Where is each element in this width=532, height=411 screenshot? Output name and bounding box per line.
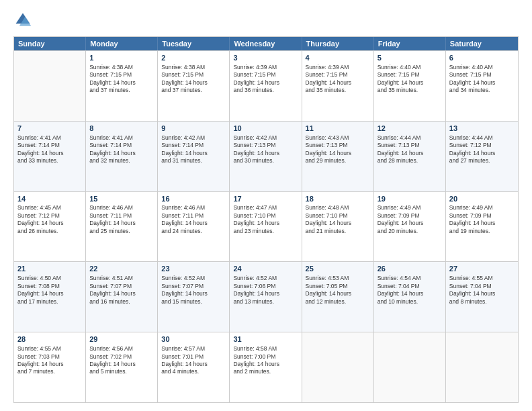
daylight-line2: and 36 minutes. bbox=[233, 87, 298, 94]
day-cell-1: 1Sunrise: 4:38 AMSunset: 7:15 PMDaylight… bbox=[86, 51, 158, 121]
day-number: 6 bbox=[449, 53, 515, 63]
cell-info: Sunrise: 4:38 AM bbox=[161, 64, 226, 71]
day-number: 17 bbox=[233, 194, 298, 204]
day-number: 12 bbox=[378, 124, 442, 134]
daylight-line2: and 37 minutes. bbox=[89, 87, 154, 94]
day-cell-4: 4Sunrise: 4:39 AMSunset: 7:15 PMDaylight… bbox=[302, 51, 374, 121]
cell-info: Sunset: 7:14 PM bbox=[17, 142, 82, 149]
logo-icon bbox=[13, 11, 32, 30]
cell-info: Sunrise: 4:51 AM bbox=[89, 275, 154, 282]
daylight-line1: Daylight: 14 hours bbox=[89, 150, 154, 157]
daylight-line1: Daylight: 14 hours bbox=[449, 220, 515, 227]
day-cell-14: 14Sunrise: 4:45 AMSunset: 7:12 PMDayligh… bbox=[14, 192, 86, 262]
day-number: 30 bbox=[161, 334, 226, 345]
daylight-line2: and 27 minutes. bbox=[449, 157, 515, 165]
cell-info: Sunset: 7:09 PM bbox=[449, 212, 515, 220]
day-number: 13 bbox=[449, 124, 515, 134]
daylight-line2: and 29 minutes. bbox=[306, 157, 370, 165]
cell-info: Sunset: 7:15 PM bbox=[233, 71, 298, 79]
daylight-line2: and 7 minutes. bbox=[17, 368, 82, 375]
cell-info: Sunset: 7:06 PM bbox=[233, 283, 298, 290]
daylight-line1: Daylight: 14 hours bbox=[161, 290, 226, 298]
day-number: 7 bbox=[17, 124, 82, 134]
cell-info: Sunset: 7:10 PM bbox=[233, 212, 298, 220]
daylight-line1: Daylight: 14 hours bbox=[17, 361, 82, 368]
day-number: 26 bbox=[378, 264, 442, 274]
daylight-line1: Daylight: 14 hours bbox=[17, 290, 82, 298]
day-cell-20: 20Sunrise: 4:49 AMSunset: 7:09 PMDayligh… bbox=[446, 192, 518, 262]
day-number: 1 bbox=[89, 53, 154, 63]
header-day-sunday: Sunday bbox=[14, 37, 86, 50]
daylight-line2: and 5 minutes. bbox=[89, 368, 154, 375]
daylight-line2: and 33 minutes. bbox=[17, 157, 82, 165]
day-cell-27: 27Sunrise: 4:55 AMSunset: 7:04 PMDayligh… bbox=[446, 262, 518, 332]
cell-info: Sunrise: 4:53 AM bbox=[306, 275, 370, 282]
cell-info: Sunset: 7:04 PM bbox=[378, 283, 442, 290]
daylight-line1: Daylight: 14 hours bbox=[306, 220, 370, 227]
header-day-tuesday: Tuesday bbox=[158, 37, 230, 50]
daylight-line1: Daylight: 14 hours bbox=[89, 79, 154, 87]
daylight-line2: and 35 minutes. bbox=[378, 87, 442, 94]
cell-info: Sunrise: 4:49 AM bbox=[449, 204, 515, 212]
day-number: 25 bbox=[306, 264, 370, 274]
daylight-line2: and 28 minutes. bbox=[378, 157, 442, 165]
daylight-line1: Daylight: 14 hours bbox=[161, 361, 226, 368]
cell-info: Sunrise: 4:54 AM bbox=[378, 275, 442, 282]
day-cell-6: 6Sunrise: 4:40 AMSunset: 7:15 PMDaylight… bbox=[446, 51, 518, 121]
daylight-line2: and 8 minutes. bbox=[449, 298, 515, 306]
day-cell-31: 31Sunrise: 4:58 AMSunset: 7:00 PMDayligh… bbox=[230, 332, 302, 402]
daylight-line1: Daylight: 14 hours bbox=[233, 79, 298, 87]
day-cell-12: 12Sunrise: 4:44 AMSunset: 7:13 PMDayligh… bbox=[374, 122, 446, 191]
cell-info: Sunrise: 4:57 AM bbox=[161, 345, 226, 353]
cell-info: Sunset: 7:11 PM bbox=[161, 212, 226, 220]
day-number: 21 bbox=[17, 264, 82, 274]
cell-info: Sunset: 7:07 PM bbox=[161, 283, 226, 290]
calendar-row-0: 1Sunrise: 4:38 AMSunset: 7:15 PMDaylight… bbox=[14, 50, 518, 121]
cell-info: Sunset: 7:09 PM bbox=[378, 212, 442, 220]
cell-info: Sunrise: 4:39 AM bbox=[233, 64, 298, 71]
daylight-line2: and 30 minutes. bbox=[233, 157, 298, 165]
day-number: 15 bbox=[89, 194, 154, 204]
day-cell-10: 10Sunrise: 4:42 AMSunset: 7:13 PMDayligh… bbox=[230, 122, 302, 191]
daylight-line1: Daylight: 14 hours bbox=[449, 290, 515, 298]
daylight-line1: Daylight: 14 hours bbox=[233, 361, 298, 368]
day-cell-22: 22Sunrise: 4:51 AMSunset: 7:07 PMDayligh… bbox=[86, 262, 158, 332]
daylight-line2: and 24 minutes. bbox=[161, 228, 226, 235]
daylight-line2: and 31 minutes. bbox=[161, 157, 226, 165]
cell-info: Sunset: 7:05 PM bbox=[306, 283, 370, 290]
daylight-line1: Daylight: 14 hours bbox=[306, 290, 370, 298]
daylight-line2: and 2 minutes. bbox=[233, 368, 298, 375]
day-cell-7: 7Sunrise: 4:41 AMSunset: 7:14 PMDaylight… bbox=[14, 122, 86, 191]
daylight-line2: and 4 minutes. bbox=[161, 368, 226, 375]
daylight-line1: Daylight: 14 hours bbox=[449, 150, 515, 157]
day-cell-17: 17Sunrise: 4:47 AMSunset: 7:10 PMDayligh… bbox=[230, 192, 302, 262]
daylight-line2: and 21 minutes. bbox=[306, 228, 370, 235]
cell-info: Sunset: 7:01 PM bbox=[161, 353, 226, 361]
header-day-thursday: Thursday bbox=[302, 37, 374, 50]
day-number: 10 bbox=[233, 124, 298, 134]
daylight-line2: and 19 minutes. bbox=[449, 228, 515, 235]
header-day-monday: Monday bbox=[86, 37, 158, 50]
day-number: 28 bbox=[17, 334, 82, 345]
cell-info: Sunset: 7:12 PM bbox=[449, 142, 515, 149]
daylight-line2: and 26 minutes. bbox=[17, 228, 82, 235]
daylight-line1: Daylight: 14 hours bbox=[233, 220, 298, 227]
cell-info: Sunrise: 4:44 AM bbox=[449, 134, 515, 142]
day-cell-23: 23Sunrise: 4:52 AMSunset: 7:07 PMDayligh… bbox=[158, 262, 230, 332]
day-cell-3: 3Sunrise: 4:39 AMSunset: 7:15 PMDaylight… bbox=[230, 51, 302, 121]
day-number: 31 bbox=[233, 334, 298, 345]
day-number: 14 bbox=[17, 194, 82, 204]
day-number: 24 bbox=[233, 264, 298, 274]
cell-info: Sunset: 7:08 PM bbox=[17, 283, 82, 290]
day-cell-26: 26Sunrise: 4:54 AMSunset: 7:04 PMDayligh… bbox=[374, 262, 446, 332]
daylight-line2: and 15 minutes. bbox=[161, 298, 226, 306]
daylight-line1: Daylight: 14 hours bbox=[89, 361, 154, 368]
day-number: 5 bbox=[378, 53, 442, 63]
day-cell-29: 29Sunrise: 4:56 AMSunset: 7:02 PMDayligh… bbox=[86, 332, 158, 402]
empty-cell-4-4 bbox=[302, 332, 374, 402]
cell-info: Sunrise: 4:42 AM bbox=[233, 134, 298, 142]
daylight-line1: Daylight: 14 hours bbox=[378, 79, 442, 87]
calendar: SundayMondayTuesdayWednesdayThursdayFrid… bbox=[13, 36, 519, 403]
day-cell-5: 5Sunrise: 4:40 AMSunset: 7:15 PMDaylight… bbox=[374, 51, 446, 121]
cell-info: Sunset: 7:15 PM bbox=[378, 71, 442, 79]
